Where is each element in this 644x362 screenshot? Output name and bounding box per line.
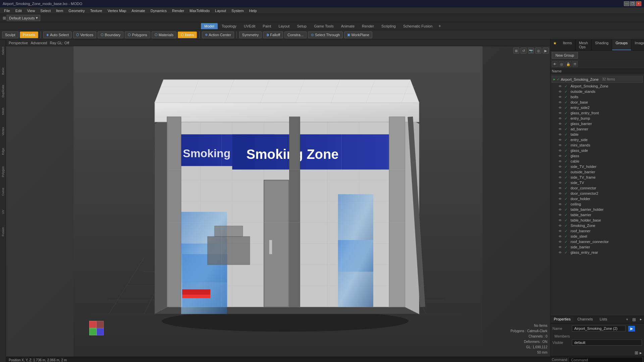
viewport-canvas[interactable]: Smoking Zone Smoking Zone (6, 46, 550, 362)
scene-item-13[interactable]: 👁 ✓ glass (552, 153, 643, 159)
sidebar-icon-7[interactable]: Polygon (0, 162, 6, 182)
constraints-button[interactable]: Constra... (284, 32, 307, 38)
rp-tab-shading[interactable]: Shading (592, 40, 612, 50)
scene-item-31[interactable]: 👁 ✓ glass_entry_rear (552, 250, 643, 255)
menu-render[interactable]: Render (169, 8, 187, 13)
menu-maxtoModo[interactable]: MaxToModo (187, 8, 212, 13)
tab-layout[interactable]: Layout (275, 23, 293, 29)
props-tab-channels[interactable]: Channels (574, 316, 596, 323)
scene-item-26[interactable]: 👁 ✓ Smoking_Zone (552, 223, 643, 228)
scene-item-0[interactable]: 👁 ✓ Airport_Smoking_Zone (552, 83, 643, 89)
scene-item-14[interactable]: 👁 ✓ cable (552, 159, 643, 164)
sidebar-icon-4[interactable]: Mesh (0, 101, 6, 121)
scene-item-27[interactable]: 👁 ✓ roof_banner (552, 228, 643, 234)
workplane-button[interactable]: ▣ WorkPlane (344, 32, 372, 38)
tab-uvedit[interactable]: UVEdit (240, 23, 259, 29)
sculpt-button[interactable]: Sculpt (2, 32, 18, 38)
scene-item-15[interactable]: 👁 ✓ side_TV_holder (552, 164, 643, 169)
minimize-button[interactable]: — (624, 1, 629, 6)
viewport-maximize-button[interactable]: ⊞ (513, 48, 519, 54)
scene-item-29[interactable]: 👁 ✓ roof_banner_connector (552, 239, 643, 244)
tab-render[interactable]: Render (359, 23, 377, 29)
sidebar-icon-8[interactable]: Curve (0, 182, 6, 202)
menu-texture[interactable]: Texture (88, 8, 105, 13)
sidebar-icon-3[interactable]: Duplicate (0, 81, 6, 101)
scene-item-28[interactable]: 👁 ✓ side_steel (552, 234, 643, 239)
scene-item-10[interactable]: 👁 ✓ entry_side (552, 137, 643, 142)
scene-item-9[interactable]: 👁 ✓ table (552, 132, 643, 137)
scene-item-2[interactable]: 👁 ✓ bolts (552, 94, 643, 100)
scene-item-6[interactable]: 👁 ✓ entry_bump (552, 116, 643, 121)
viewport-render-button[interactable]: ▶ (543, 48, 549, 54)
scene-icon-hide[interactable]: H (572, 61, 578, 67)
symmetry-button[interactable]: Symmetry (239, 32, 262, 38)
sidebar-icon-6[interactable]: Edge (0, 141, 6, 162)
scene-item-21[interactable]: 👁 ✓ door_holder (552, 196, 643, 201)
menu-file[interactable]: File (1, 8, 13, 13)
scene-item-25[interactable]: 👁 ✓ table_holder_base (552, 218, 643, 223)
sidebar-icon-10[interactable]: Fusion (0, 222, 6, 242)
items-button[interactable]: ⬡ Items (178, 32, 197, 38)
tab-game-tools[interactable]: Game Tools (311, 23, 337, 29)
viewport-display-button[interactable]: ◎ (535, 48, 541, 54)
scene-group-header[interactable]: ▸ ✓ Airport_Smoking_Zone 32 Items (552, 76, 643, 83)
name-action-button[interactable]: ▶ (628, 326, 635, 331)
menu-animate[interactable]: Animate (129, 8, 148, 13)
scene-item-12[interactable]: 👁 ✓ glass_side (552, 148, 643, 153)
auto-select-button[interactable]: ◈ Auto Select (43, 32, 72, 38)
scene-icon-render[interactable]: ◎ (558, 61, 565, 67)
scene-item-24[interactable]: 👁 ✓ table_barrier (552, 212, 643, 218)
tab-scripting[interactable]: Scripting (378, 23, 399, 29)
sidebar-icon-9[interactable]: UV (0, 202, 6, 222)
props-add-button[interactable]: + (624, 316, 630, 323)
scene-item-17[interactable]: 👁 ✓ side_TV_frame (552, 175, 643, 180)
rp-tab-images[interactable]: Images (631, 40, 644, 50)
props-expand-button[interactable]: ⊞ (630, 316, 638, 323)
scene-item-23[interactable]: 👁 ✓ table_barrier_holder (552, 207, 643, 212)
rp-tab-items[interactable]: Items (559, 40, 576, 50)
scene-item-30[interactable]: 👁 ✓ side_barrier (552, 244, 643, 250)
menu-item[interactable]: Item (53, 8, 66, 13)
layout-dropdown[interactable]: Default Layouts ▾ (7, 15, 40, 21)
props-tab-properties[interactable]: Properties (550, 316, 574, 323)
menu-help[interactable]: Help (247, 8, 260, 13)
maximize-button[interactable]: ❐ (630, 1, 635, 6)
tab-add-button[interactable]: + (436, 22, 443, 29)
visible-input[interactable] (572, 340, 642, 346)
menu-layout[interactable]: Layout (212, 8, 229, 13)
presets-button[interactable]: Presets (20, 32, 38, 38)
tab-animate[interactable]: Animate (338, 23, 358, 29)
props-bottom-arrow-button[interactable]: ▸ (640, 350, 642, 355)
tab-model[interactable]: Model (201, 23, 218, 29)
select-through-button[interactable]: ◎ Select Through (308, 32, 343, 38)
scene-item-22[interactable]: 👁 ✓ ceiling (552, 201, 643, 207)
menu-system[interactable]: System (229, 8, 247, 13)
menu-edit[interactable]: Edit (13, 8, 24, 13)
vertices-button[interactable]: ⬡ Vertices (73, 32, 96, 38)
scene-item-8[interactable]: 👁 ✓ ad_banner (552, 126, 643, 132)
new-group-button[interactable]: New Group (552, 52, 578, 59)
scene-item-18[interactable]: 👁 ✓ side_TV (552, 180, 643, 185)
scene-list[interactable]: ▸ ✓ Airport_Smoking_Zone 32 Items 👁 ✓ Ai… (550, 74, 644, 316)
tab-schematic-fusion[interactable]: Schematic Fusion (400, 23, 436, 29)
menu-geometry[interactable]: Geometry (66, 8, 87, 13)
star-button[interactable]: ★ (550, 40, 559, 50)
polygons-button[interactable]: ⬡ Polygons (125, 32, 150, 38)
rp-tab-meshops[interactable]: Mesh Ops (576, 40, 592, 50)
close-button[interactable]: ✕ (636, 1, 641, 6)
falloff-button[interactable]: ◑ Falloff (263, 32, 283, 38)
props-arrow-button[interactable]: ▸ (638, 316, 644, 323)
tab-setup[interactable]: Setup (293, 23, 310, 29)
props-tab-lists[interactable]: Lists (596, 316, 611, 323)
menu-view[interactable]: View (24, 8, 38, 13)
scene-item-11[interactable]: 👁 ✓ mini_stands (552, 142, 643, 148)
menu-vertexmap[interactable]: Vertex Map (105, 8, 129, 13)
tab-paint[interactable]: Paint (259, 23, 274, 29)
sidebar-icon-2[interactable]: Basic (0, 61, 6, 81)
materials-button[interactable]: ⬡ Materials (152, 32, 177, 38)
props-bottom-expand-button[interactable]: ⊞ (635, 350, 638, 355)
scene-item-3[interactable]: 👁 ✓ door_base (552, 100, 643, 105)
command-input[interactable] (569, 357, 643, 362)
viewport-reset-button[interactable]: ↺ (521, 48, 527, 54)
sidebar-icon-5[interactable]: Vertex (0, 121, 6, 141)
